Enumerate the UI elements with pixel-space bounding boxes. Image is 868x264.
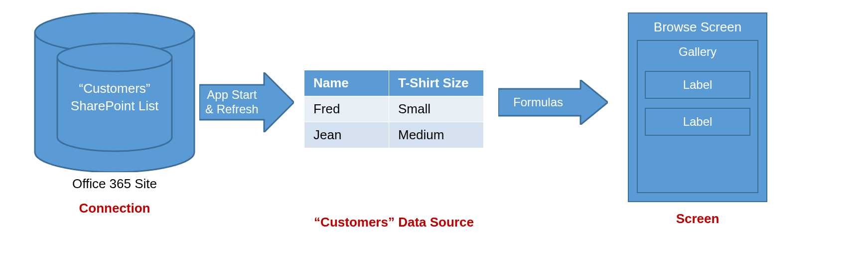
screen-title: Browse Screen xyxy=(654,19,741,35)
gallery-label: Label xyxy=(645,108,750,136)
table-row: Jean Medium xyxy=(304,122,484,148)
customers-table: Name T-Shirt Size Fred Small Jean Medium xyxy=(304,70,484,148)
col-size: T-Shirt Size xyxy=(389,70,484,96)
browse-screen: Browse Screen Gallery Label Label xyxy=(628,12,767,202)
sharepoint-list-label: “Customers” SharePoint List xyxy=(65,80,164,115)
connection-stage: “Customers” SharePoint List Office 365 S… xyxy=(30,12,199,216)
arrow-formulas: Formulas xyxy=(498,80,608,125)
database-outer-cylinder: “Customers” SharePoint List xyxy=(30,12,199,172)
screen-caption: Screen xyxy=(676,211,720,227)
table-row: Fred Small xyxy=(304,96,484,122)
col-name: Name xyxy=(304,70,389,96)
datasource-stage: Name T-Shirt Size Fred Small Jean Medium… xyxy=(304,70,484,230)
datasource-caption: “Customers” Data Source xyxy=(314,215,474,230)
arrow-app-start: App Start & Refresh xyxy=(199,72,294,132)
arrow1-label: App Start & Refresh xyxy=(205,88,259,117)
gallery-container: Gallery Label Label xyxy=(637,40,758,193)
screen-stage: Browse Screen Gallery Label Label Screen xyxy=(628,12,767,227)
svg-point-1 xyxy=(57,43,172,71)
arrow2-label: Formulas xyxy=(513,95,563,110)
site-label: Office 365 Site xyxy=(72,176,157,192)
gallery-label: Label xyxy=(645,71,750,99)
database-inner-cylinder: “Customers” SharePoint List xyxy=(55,42,174,152)
connection-caption: Connection xyxy=(79,201,150,216)
table-header-row: Name T-Shirt Size xyxy=(304,70,484,96)
gallery-title: Gallery xyxy=(679,45,717,59)
